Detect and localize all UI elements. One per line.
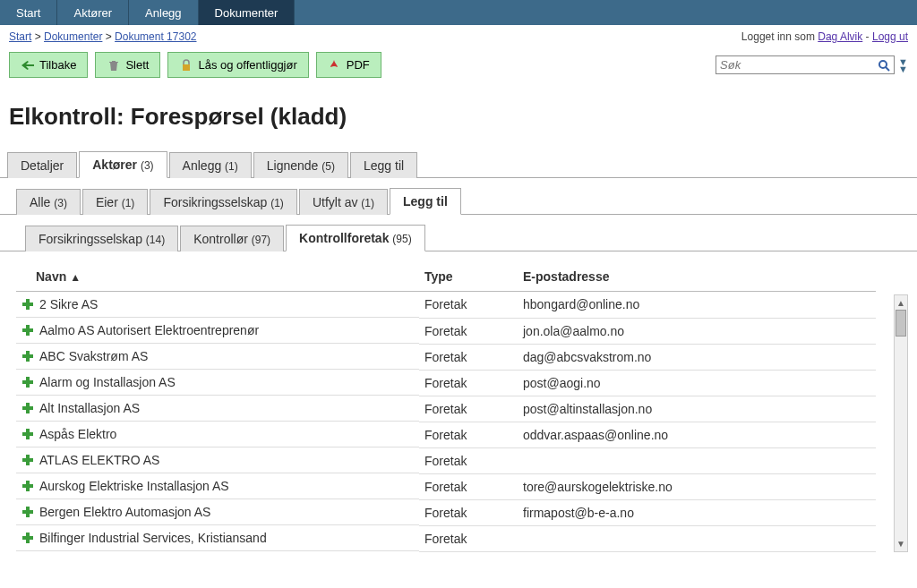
subtab-forsikringsselskap[interactable]: Forsikringsselskap (1) <box>150 189 297 215</box>
subtab-legg-til[interactable]: Legg til <box>390 188 461 215</box>
col-header-email[interactable]: E-postadresse <box>518 262 876 292</box>
vertical-scrollbar[interactable]: ▲ ▼ <box>894 294 908 552</box>
pdf-icon <box>328 58 341 72</box>
back-button[interactable]: Tilbake <box>9 52 88 78</box>
tab-anlegg[interactable]: Anlegg (1) <box>169 152 252 178</box>
table-row: Bergen Elektro Automasjon ASForetakfirma… <box>16 499 876 525</box>
table-row: 2 Sikre ASForetakhbongard@online.no <box>16 292 876 319</box>
add-icon[interactable] <box>21 298 34 311</box>
row-type: Foretak <box>419 370 518 396</box>
svg-rect-6 <box>22 328 33 332</box>
topnav-start[interactable]: Start <box>0 0 57 25</box>
tab-lignende[interactable]: Lignende (5) <box>253 152 348 178</box>
subsubtab-kontrollforetak[interactable]: Kontrollforetak (95) <box>286 225 425 251</box>
search-icon[interactable] <box>878 59 890 72</box>
svg-rect-10 <box>22 380 33 384</box>
col-header-navn[interactable]: Navn▲ <box>16 262 419 292</box>
lock-icon <box>179 58 193 72</box>
add-icon[interactable] <box>21 428 34 440</box>
scroll-down-icon[interactable]: ▼ <box>895 537 907 551</box>
pdf-button[interactable]: PDF <box>316 52 381 78</box>
scroll-up-icon[interactable]: ▲ <box>895 295 907 310</box>
search-input[interactable] <box>720 58 878 72</box>
search-box[interactable] <box>716 55 895 74</box>
tab-legg-til[interactable]: Legg til <box>350 152 417 178</box>
row-name: 2 Sikre AS <box>39 297 98 311</box>
row-name: ABC Svakstrøm AS <box>39 349 148 363</box>
add-icon[interactable] <box>21 350 34 362</box>
row-email <box>518 447 876 473</box>
svg-rect-14 <box>22 432 33 436</box>
svg-point-1 <box>879 61 887 68</box>
subtab-utfylt-av[interactable]: Utfylt av (1) <box>299 189 388 215</box>
subsubtab-kontrollør[interactable]: Kontrollør (97) <box>180 226 284 251</box>
subtab-eier[interactable]: Eier (1) <box>82 189 148 215</box>
svg-rect-8 <box>22 354 33 358</box>
row-email: jon.ola@aalmo.no <box>518 318 876 344</box>
row-email: post@aogi.no <box>518 370 876 396</box>
table-row: Bilfinger Industrial Services, Kristians… <box>16 525 876 551</box>
arrow-left-icon <box>21 58 34 72</box>
tabs-sub1: Alle (3)Eier (1)Forsikringsselskap (1)Ut… <box>0 187 917 215</box>
lock-publish-button[interactable]: Lås og offentliggjør <box>167 52 308 78</box>
tabs-sub2: Forsikringsselskap (14)Kontrollør (97)Ko… <box>0 224 917 251</box>
row-name: Alt Installasjon AS <box>39 401 140 415</box>
trash-icon <box>107 58 120 72</box>
table-row: ATLAS ELEKTRO ASForetak <box>16 447 876 473</box>
tabs-main: DetaljerAktører (3)Anlegg (1)Lignende (5… <box>0 150 917 178</box>
row-email: oddvar.aspaas@online.no <box>518 422 876 447</box>
row-type: Foretak <box>419 422 518 447</box>
login-info: Logget inn som Dag Alvik - Logg ut <box>741 30 908 43</box>
tab-detaljer[interactable]: Detaljer <box>7 152 77 178</box>
svg-rect-20 <box>22 510 33 514</box>
table-row: Aspås ElektroForetakoddvar.aspaas@online… <box>16 422 876 447</box>
user-link[interactable]: Dag Alvik <box>818 30 862 43</box>
subsubtab-forsikringsselskap[interactable]: Forsikringsselskap (14) <box>25 226 178 251</box>
table-row: Alarm og Installasjon ASForetakpost@aogi… <box>16 370 876 396</box>
subtab-alle[interactable]: Alle (3) <box>16 189 81 215</box>
add-icon[interactable] <box>21 454 34 466</box>
row-name: Aalmo AS Autorisert Elektroentreprenør <box>39 323 259 337</box>
col-header-type[interactable]: Type <box>419 262 518 292</box>
add-icon[interactable] <box>21 376 34 388</box>
row-type: Foretak <box>419 344 518 370</box>
add-icon[interactable] <box>21 532 34 544</box>
row-type: Foretak <box>419 525 518 551</box>
row-name: Aurskog Elektriske Installasjon AS <box>39 479 229 493</box>
svg-rect-4 <box>22 303 33 306</box>
row-type: Foretak <box>419 318 518 344</box>
topnav-anlegg[interactable]: Anlegg <box>129 0 198 25</box>
top-navigation: StartAktørerAnleggDokumenter <box>0 0 917 25</box>
row-type: Foretak <box>419 499 518 525</box>
svg-rect-22 <box>22 536 33 540</box>
delete-button[interactable]: Slett <box>95 52 160 78</box>
logout-link[interactable]: Logg ut <box>872 30 908 43</box>
row-type: Foretak <box>419 473 518 499</box>
kontrollforetak-table: Navn▲ Type E-postadresse 2 Sikre ASForet… <box>16 262 876 552</box>
breadcrumb-doc[interactable]: Dokument 17302 <box>115 30 196 43</box>
tab-aktører[interactable]: Aktører (3) <box>79 151 167 178</box>
breadcrumb-docs[interactable]: Dokumenter <box>44 30 102 43</box>
add-icon[interactable] <box>21 480 34 492</box>
add-icon[interactable] <box>21 506 34 518</box>
row-email: post@altinstallasjon.no <box>518 396 876 422</box>
scroll-thumb[interactable] <box>896 310 906 337</box>
expand-search-icon[interactable]: ▼▼ <box>898 58 908 72</box>
svg-rect-18 <box>22 484 33 488</box>
table-row: ABC Svakstrøm ASForetakdag@abcsvakstrom.… <box>16 344 876 370</box>
row-email: hbongard@online.no <box>518 292 876 319</box>
row-email: tore@aurskogelektriske.no <box>518 473 876 499</box>
table-row: Alt Installasjon ASForetakpost@altinstal… <box>16 396 876 422</box>
row-name: Bilfinger Industrial Services, Kristians… <box>39 531 267 545</box>
topnav-dokumenter[interactable]: Dokumenter <box>199 0 296 25</box>
svg-line-2 <box>886 67 889 71</box>
row-type: Foretak <box>419 292 518 319</box>
svg-rect-0 <box>183 64 190 71</box>
row-email: dag@abcsvakstrom.no <box>518 344 876 370</box>
breadcrumb-start[interactable]: Start <box>9 30 31 43</box>
add-icon[interactable] <box>21 402 34 414</box>
row-name: Aspås Elektro <box>39 427 116 441</box>
topnav-aktører[interactable]: Aktører <box>57 0 129 25</box>
page-title: Elkontroll: Forespørsel (kladd) <box>0 87 917 150</box>
add-icon[interactable] <box>21 324 34 337</box>
